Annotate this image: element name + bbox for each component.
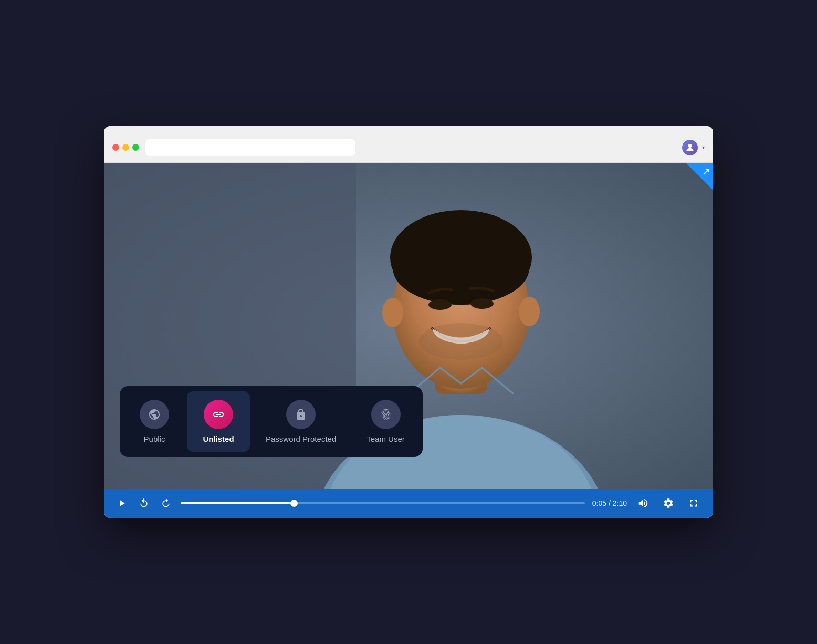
rewind-icon — [139, 498, 149, 508]
link-icon — [212, 408, 225, 421]
fullscreen-icon — [688, 497, 699, 509]
traffic-light-green[interactable] — [132, 144, 139, 151]
fullscreen-button[interactable] — [685, 495, 703, 511]
svg-point-0 — [688, 144, 692, 148]
traffic-lights — [112, 144, 139, 151]
traffic-light-red[interactable] — [112, 144, 119, 151]
progress-fill — [181, 502, 294, 504]
public-label: Public — [144, 434, 165, 443]
lock-icon — [295, 408, 307, 421]
unlisted-label: Unlisted — [203, 434, 234, 443]
team-icon-circle — [371, 400, 401, 429]
volume-button[interactable] — [634, 495, 652, 511]
volume-icon — [637, 497, 649, 509]
avatar[interactable] — [682, 140, 698, 155]
settings-button[interactable] — [659, 495, 677, 511]
privacy-option-team[interactable]: Team User — [352, 391, 420, 452]
progress-bar[interactable] — [181, 502, 585, 504]
browser-chrome: ▾ — [104, 126, 713, 163]
public-icon-circle — [140, 400, 169, 429]
browser-actions: ▾ — [682, 140, 705, 155]
play-icon — [117, 498, 127, 508]
unlisted-icon-circle — [204, 400, 233, 429]
video-container: ↗ Public Unlisted — [104, 163, 713, 489]
forward-button[interactable] — [159, 496, 173, 511]
expand-corner[interactable] — [686, 163, 713, 190]
privacy-option-unlisted[interactable]: Unlisted — [187, 391, 250, 452]
video-controls-bar: 0:05 / 2:10 — [104, 489, 713, 518]
avatar-dropdown-icon[interactable]: ▾ — [702, 144, 705, 150]
browser-window: ▾ — [104, 126, 713, 518]
globe-icon — [148, 408, 161, 421]
team-label: Team User — [366, 434, 405, 443]
privacy-panel: Public Unlisted Password Protected — [120, 386, 423, 457]
user-avatar-icon — [685, 142, 695, 153]
time-display: 0:05 / 2:10 — [592, 499, 627, 507]
traffic-light-yellow[interactable] — [122, 144, 129, 151]
play-button[interactable] — [114, 496, 129, 511]
privacy-option-password[interactable]: Password Protected — [251, 391, 351, 452]
progress-thumb — [290, 500, 298, 507]
password-label: Password Protected — [266, 434, 336, 443]
address-bar[interactable] — [145, 139, 355, 156]
rewind-button[interactable] — [137, 496, 151, 511]
fingerprint-icon — [380, 408, 392, 421]
privacy-option-public[interactable]: Public — [123, 391, 186, 452]
settings-icon — [663, 497, 674, 509]
password-icon-circle — [286, 400, 316, 429]
forward-icon — [161, 498, 171, 508]
